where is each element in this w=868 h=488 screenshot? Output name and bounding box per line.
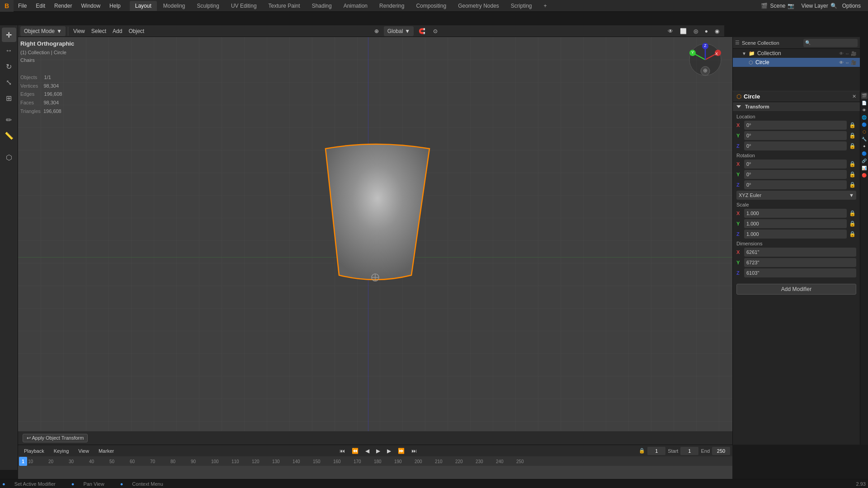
viewport-overlay-toggle[interactable]: 👁 bbox=[665, 26, 676, 36]
world-props-tab[interactable]: 🔵 bbox=[861, 122, 868, 128]
step-back-btn[interactable]: ⏪ bbox=[349, 446, 361, 456]
workspace-sculpting[interactable]: Sculpting bbox=[192, 1, 225, 11]
viewport-shading-wire[interactable]: ⬜ bbox=[677, 26, 689, 36]
add-menu[interactable]: Add bbox=[110, 26, 125, 36]
material-props-tab[interactable]: 🔴 bbox=[861, 172, 868, 178]
menu-render[interactable]: Render bbox=[50, 0, 76, 12]
viewport-shading-mat[interactable]: ◉ bbox=[712, 26, 722, 36]
rotation-x[interactable]: 0° bbox=[744, 160, 847, 169]
dim-z[interactable]: 6103" bbox=[744, 268, 856, 277]
location-y[interactable]: 0° bbox=[744, 131, 847, 140]
scale-y[interactable]: 1.000 bbox=[744, 219, 847, 228]
mode-selector[interactable]: Object Mode ▼ bbox=[20, 26, 66, 36]
dim-x[interactable]: 6261" bbox=[744, 248, 856, 257]
viewport-gizmo[interactable]: X Y Z ⊕ bbox=[687, 42, 723, 78]
location-y-lock[interactable]: 🔒 bbox=[849, 132, 856, 139]
scene-props-tab[interactable]: 🌐 bbox=[861, 114, 868, 121]
add-modifier-btn[interactable]: Add Modifier bbox=[736, 284, 856, 295]
object-name[interactable]: Circle bbox=[744, 93, 760, 100]
physics-props-tab[interactable]: 🔵 bbox=[861, 150, 868, 157]
timeline-scrub[interactable] bbox=[18, 466, 732, 479]
location-x-lock[interactable]: 🔒 bbox=[849, 122, 856, 128]
location-x[interactable]: 0° bbox=[744, 121, 847, 130]
menu-edit[interactable]: Edit bbox=[31, 0, 50, 12]
render-props-tab[interactable]: 🎬 bbox=[861, 93, 868, 99]
outliner-search[interactable]: 🔍 bbox=[803, 39, 858, 47]
workspace-compositing[interactable]: Compositing bbox=[410, 1, 452, 11]
next-keyframe-btn[interactable]: ▶ bbox=[384, 446, 394, 456]
object-props-tab[interactable]: ⬡ bbox=[861, 129, 868, 135]
scale-y-lock[interactable]: 🔒 bbox=[849, 221, 856, 227]
location-z[interactable]: 0° bbox=[744, 141, 847, 150]
options-button[interactable]: Options bbox=[840, 1, 863, 11]
object-props-close[interactable]: ✕ bbox=[852, 94, 856, 99]
view-menu-tl[interactable]: View bbox=[75, 447, 93, 455]
workspace-scripting[interactable]: Scripting bbox=[505, 1, 538, 11]
workspace-shading[interactable]: Shading bbox=[307, 1, 337, 11]
rotation-y-lock[interactable]: 🔒 bbox=[849, 171, 856, 178]
select-icon-c[interactable]: ↔ bbox=[845, 60, 849, 65]
current-frame[interactable]: 1 bbox=[647, 447, 665, 455]
tool-annotate[interactable]: ✏ bbox=[2, 113, 16, 127]
workspace-uv-editing[interactable]: UV Editing bbox=[226, 1, 262, 11]
workspace-rendering[interactable]: Rendering bbox=[374, 1, 410, 11]
workspace-add-btn[interactable]: + bbox=[538, 1, 552, 11]
tool-cursor[interactable]: ✛ bbox=[2, 28, 16, 42]
transform-panel-header[interactable]: Transform bbox=[733, 102, 860, 112]
scale-x-lock[interactable]: 🔒 bbox=[849, 210, 856, 216]
workspace-animation[interactable]: Animation bbox=[338, 1, 373, 11]
select-menu[interactable]: Select bbox=[89, 26, 109, 36]
scale-z-lock[interactable]: 🔒 bbox=[849, 231, 856, 237]
play-btn[interactable]: ▶ bbox=[373, 446, 383, 456]
workspace-texture-paint[interactable]: Texture Paint bbox=[263, 1, 306, 11]
rotation-x-lock[interactable]: 🔒 bbox=[849, 161, 856, 167]
eye-icon[interactable]: 👁 bbox=[839, 51, 844, 56]
viewport-shading-solid[interactable]: ◎ bbox=[691, 26, 701, 36]
marker-menu[interactable]: Marker bbox=[95, 447, 118, 455]
tool-transform[interactable]: ⊞ bbox=[2, 91, 16, 105]
dim-y[interactable]: 6723" bbox=[744, 258, 856, 267]
playback-menu[interactable]: Playback bbox=[20, 447, 48, 455]
menu-window[interactable]: Window bbox=[76, 0, 105, 12]
collection-item[interactable]: ▼ 📁 Collection 👁 ↔ 🎥 bbox=[733, 49, 860, 58]
data-props-tab[interactable]: 📊 bbox=[861, 165, 868, 171]
object-menu[interactable]: Object bbox=[126, 26, 147, 36]
viewport-shading-render[interactable]: ● bbox=[702, 26, 711, 36]
particles-props-tab[interactable]: ✦ bbox=[861, 143, 868, 150]
jump-end-btn[interactable]: ⏭ bbox=[409, 446, 420, 456]
constraints-props-tab[interactable]: 🔗 bbox=[861, 158, 868, 164]
rotation-y[interactable]: 0° bbox=[744, 170, 847, 179]
snap-toggle[interactable]: 🧲 bbox=[416, 26, 428, 36]
search-icon[interactable]: 🔍 bbox=[830, 3, 837, 9]
transform-orientation[interactable]: Global ▼ bbox=[384, 26, 414, 36]
step-fwd-btn[interactable]: ⏩ bbox=[395, 446, 407, 456]
circle-item[interactable]: ⬡ Circle 👁 ↔ 🎥 bbox=[733, 58, 860, 67]
workspace-layout[interactable]: Layout bbox=[130, 1, 157, 11]
camera-icon-c[interactable]: 🎥 bbox=[851, 60, 856, 65]
tool-move[interactable]: ↔ bbox=[2, 43, 16, 58]
jump-start-btn[interactable]: ⏮ bbox=[337, 446, 348, 456]
keying-menu[interactable]: Keying bbox=[50, 447, 73, 455]
tool-add[interactable]: ⬡ bbox=[2, 150, 16, 164]
blender-logo[interactable]: B bbox=[0, 0, 14, 12]
end-frame[interactable]: 250 bbox=[712, 447, 730, 455]
menu-help[interactable]: Help bbox=[105, 0, 125, 12]
rotation-mode[interactable]: XYZ Euler ▼ bbox=[736, 191, 856, 200]
start-frame[interactable]: 1 bbox=[680, 447, 698, 455]
scale-x[interactable]: 1.000 bbox=[744, 209, 847, 218]
location-z-lock[interactable]: 🔒 bbox=[849, 143, 856, 149]
viewport-snap-pivot[interactable]: ⊕ bbox=[372, 26, 382, 36]
workspace-geometry-nodes[interactable]: Geometry Nodes bbox=[453, 1, 505, 11]
select-icon[interactable]: ↔ bbox=[845, 51, 849, 56]
viewport[interactable]: Right Orthographic (1) Collection | Circ… bbox=[18, 37, 732, 445]
proportional-edit[interactable]: ⊙ bbox=[430, 26, 440, 36]
tool-measure[interactable]: 📏 bbox=[2, 128, 16, 143]
menu-file[interactable]: File bbox=[14, 0, 31, 12]
workspace-modeling[interactable]: Modeling bbox=[158, 1, 191, 11]
tool-rotate[interactable]: ↻ bbox=[2, 59, 16, 74]
scale-z[interactable]: 1.000 bbox=[744, 230, 847, 239]
rotation-z-lock[interactable]: 🔒 bbox=[849, 182, 856, 188]
timeline-ruler[interactable]: 1 10 20 30 40 50 60 70 80 90 100 110 120… bbox=[18, 457, 732, 466]
tool-scale[interactable]: ⤡ bbox=[2, 75, 16, 89]
view-menu[interactable]: View bbox=[71, 26, 88, 36]
